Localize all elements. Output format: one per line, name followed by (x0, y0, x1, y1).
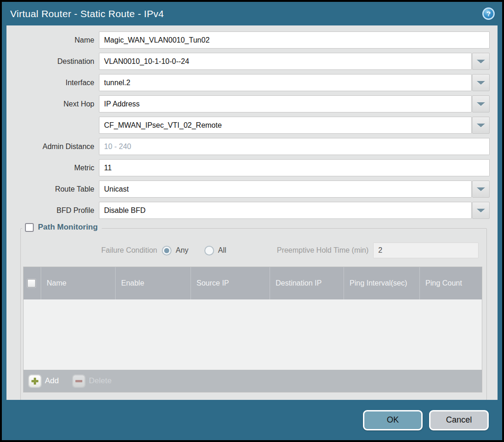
path-monitoring-options-row: Failure Condition Any All Preemptive Hol… (23, 243, 479, 258)
add-button-label: Add (45, 376, 59, 386)
plus-icon (29, 375, 41, 387)
interface-dropdown-button[interactable] (472, 74, 490, 91)
dialog-titlebar: Virtual Router - Static Route - IPv4 ? (2, 2, 502, 25)
bfd-profile-row: BFD Profile (6, 202, 490, 219)
route-table-label: Route Table (6, 181, 99, 198)
route-table-input[interactable] (99, 181, 472, 198)
radio-all-label: All (218, 246, 227, 255)
destination-row: Destination (6, 53, 490, 70)
select-all-checkbox[interactable] (27, 279, 36, 287)
path-monitoring-section: Path Monitoring Failure Condition Any Al… (20, 228, 487, 400)
add-button[interactable]: Add (29, 375, 59, 387)
radio-all-icon[interactable] (204, 246, 214, 255)
chevron-down-icon (477, 187, 485, 191)
next-hop-address-dropdown-button[interactable] (472, 117, 490, 134)
failure-condition-all-option[interactable]: All (204, 246, 227, 255)
table-header-row: Name Enable Source IP Destination IP Pin… (24, 267, 482, 299)
static-route-dialog: Virtual Router - Static Route - IPv4 ? N… (0, 0, 504, 442)
next-hop-row: Next Hop (6, 95, 490, 112)
destination-dropdown-button[interactable] (472, 53, 490, 70)
next-hop-address-input[interactable] (99, 117, 472, 134)
delete-button[interactable]: Delete (73, 375, 111, 387)
metric-label: Metric (6, 159, 99, 176)
next-hop-address-row (6, 117, 490, 134)
failure-condition-label: Failure Condition (23, 246, 162, 255)
metric-input[interactable] (99, 159, 490, 176)
route-table-row: Route Table (6, 181, 490, 198)
chevron-down-icon (477, 60, 485, 63)
dialog-footer: OK Cancel (2, 400, 502, 440)
column-header-destination-ip[interactable]: Destination IP (270, 267, 344, 299)
path-monitoring-checkbox[interactable] (25, 223, 34, 232)
column-header-ping-count[interactable]: Ping Count (419, 267, 482, 299)
admin-distance-input[interactable] (99, 138, 490, 155)
destination-label: Destination (6, 53, 99, 70)
column-header-ping-interval[interactable]: Ping Interval(sec) (344, 267, 419, 299)
path-monitoring-table: Name Enable Source IP Destination IP Pin… (23, 267, 482, 392)
minus-icon (73, 375, 85, 387)
chevron-down-icon (477, 124, 485, 127)
name-label: Name (6, 31, 99, 49)
column-header-source-ip[interactable]: Source IP (191, 267, 270, 299)
help-icon[interactable]: ? (482, 7, 495, 20)
preemptive-hold-time-input[interactable] (373, 243, 479, 258)
preemptive-hold-time-label: Preemptive Hold Time (min) (261, 246, 373, 255)
name-row: Name (6, 31, 490, 49)
chevron-down-icon (477, 102, 485, 106)
select-all-cell (24, 267, 41, 299)
destination-input[interactable] (99, 53, 472, 70)
chevron-down-icon (477, 81, 485, 85)
name-input[interactable] (99, 31, 490, 49)
route-table-dropdown-button[interactable] (472, 181, 490, 198)
path-monitoring-legend: Path Monitoring (22, 223, 102, 232)
chevron-down-icon (477, 209, 485, 212)
bfd-profile-dropdown-button[interactable] (472, 202, 490, 219)
path-monitoring-title: Path Monitoring (38, 223, 98, 232)
interface-input[interactable] (99, 74, 472, 91)
dialog-content: Name Destination Interface Next Hop (6, 25, 498, 400)
admin-distance-row: Admin Distance (6, 138, 490, 155)
failure-condition-radio-group: Any All (162, 246, 261, 255)
next-hop-address-label (6, 117, 99, 134)
ok-button[interactable]: OK (363, 410, 423, 430)
radio-any-label: Any (176, 246, 189, 255)
failure-condition-any-option[interactable]: Any (162, 246, 189, 255)
next-hop-type-dropdown-button[interactable] (472, 95, 490, 112)
next-hop-label: Next Hop (6, 95, 99, 112)
column-header-enable[interactable]: Enable (115, 267, 191, 299)
metric-row: Metric (6, 159, 490, 176)
column-header-name[interactable]: Name (41, 267, 115, 299)
admin-distance-label: Admin Distance (6, 138, 99, 155)
bfd-profile-input[interactable] (99, 202, 472, 219)
cancel-button[interactable]: Cancel (429, 410, 489, 430)
interface-row: Interface (6, 74, 490, 91)
dialog-title: Virtual Router - Static Route - IPv4 (10, 8, 482, 19)
next-hop-type-input[interactable] (99, 95, 472, 112)
table-toolbar: Add Delete (24, 370, 482, 392)
radio-any-icon[interactable] (162, 246, 172, 255)
bfd-profile-label: BFD Profile (6, 202, 99, 219)
interface-label: Interface (6, 74, 99, 91)
table-body-empty (24, 299, 482, 370)
delete-button-label: Delete (89, 376, 111, 386)
